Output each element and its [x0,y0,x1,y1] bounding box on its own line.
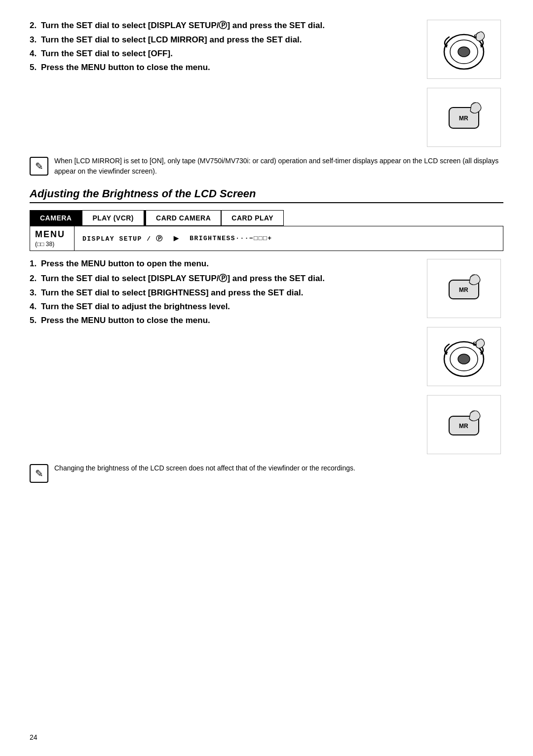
brightness-indicator: BRIGHTNESS···−□□□+ [190,235,272,242]
bottom-images: MR SET MR [424,259,503,454]
menu-button-open-icon: MR [437,266,491,311]
svg-text:MR: MR [459,287,468,293]
set-dial-icon: SET [432,25,496,74]
step-2: 2. Turn the SET dial to select [DISPLAY … [30,20,410,31]
svg-text:MR: MR [459,423,468,430]
note-icon-2: ✎ [30,464,48,483]
tab-card-camera[interactable]: CARD CAMERA [146,210,221,226]
menu-word: MENU [35,229,69,240]
top-steps-list: 2. Turn the SET dial to select [DISPLAY … [30,20,410,72]
note-icon-1: ✎ [30,157,48,176]
svg-point-2 [458,47,470,57]
menu-button-image-top: MR [427,88,501,147]
menu-button-icon: MR [437,95,491,140]
bottom-steps-list: 1. Press the MENU button to open the men… [30,259,410,325]
step-3: 3. Turn the SET dial to select [LCD MIRR… [30,35,410,45]
menu-button-image-bottom-close: MR [427,395,501,454]
b-step-3: 3. Turn the SET dial to select [BRIGHTNE… [30,288,410,298]
section-heading: Adjusting the Brightness of the LCD Scre… [30,187,503,203]
menu-content-block: DISPLAY SETUP / Ⓟ ► BRIGHTNESS···−□□□+ [75,226,503,251]
menu-label-block: MENU (□□ 38) [30,226,75,251]
page-number: 24 [30,733,38,741]
tab-camera[interactable]: CAMERA [30,210,82,226]
note-text-2: Changing the brightness of the LCD scree… [54,463,355,473]
b-step-2: 2. Turn the SET dial to select [DISPLAY … [30,273,410,284]
b-step-4: 4. Turn the SET dial to adjust the brigh… [30,302,410,312]
bottom-instructions: 1. Press the MENU button to open the men… [30,259,424,329]
menu-button-close-icon: MR [437,402,491,447]
svg-point-12 [458,354,470,364]
svg-text:MR: MR [459,115,468,122]
top-section: 2. Turn the SET dial to select [DISPLAY … [30,20,503,147]
tab-bar: CAMERA PLAY (VCR) CARD CAMERA CARD PLAY [30,210,503,226]
set-dial-image-bottom: SET [427,327,501,386]
note-text-1: When [LCD MIRROR] is set to [ON], only t… [54,156,503,177]
note-box-1: ✎ When [LCD MIRROR] is set to [ON], only… [30,156,503,177]
bottom-section: 1. Press the MENU button to open the men… [30,259,503,454]
note-box-2: ✎ Changing the brightness of the LCD scr… [30,463,503,483]
menu-arrow-icon: ► [172,233,181,244]
step-5: 5. Press the MENU button to close the me… [30,63,410,72]
top-images: SET MR [424,20,503,147]
set-dial-image-top: SET [427,20,501,79]
tab-play-vcr[interactable]: PLAY (VCR) [82,210,144,226]
step-4: 4. Turn the SET dial to select [OFF]. [30,49,410,59]
menu-row: MENU (□□ 38) DISPLAY SETUP / Ⓟ ► BRIGHTN… [30,226,503,251]
set-dial-icon-bottom: SET [432,332,496,381]
menu-sub: (□□ 38) [35,241,69,248]
menu-button-image-bottom-open: MR [427,259,501,318]
menu-display-setup: DISPLAY SETUP / Ⓟ [82,234,163,243]
top-instructions: 2. Turn the SET dial to select [DISPLAY … [30,20,424,76]
b-step-5: 5. Press the MENU button to close the me… [30,316,410,325]
b-step-1: 1. Press the MENU button to open the men… [30,259,410,269]
tab-card-play[interactable]: CARD PLAY [221,210,284,226]
